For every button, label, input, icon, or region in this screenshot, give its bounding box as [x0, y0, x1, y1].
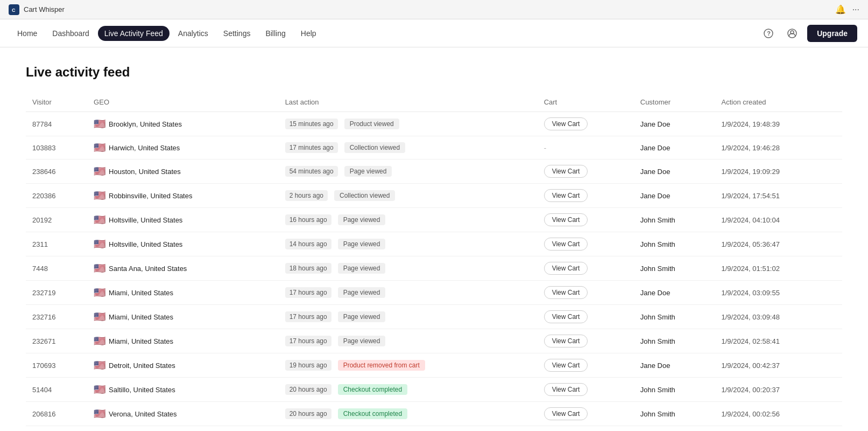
cell-customer: John Smith [634, 305, 715, 329]
flag-icon: 🇺🇸 [94, 165, 105, 177]
cell-geo: 🇺🇸Norfork, United States [87, 426, 279, 432]
cell-action-created: 1/9/2024, 01:51:02 [715, 256, 843, 281]
more-icon[interactable]: ··· [852, 5, 859, 15]
view-cart-button[interactable]: View Cart [544, 286, 588, 299]
cell-cart[interactable]: View Cart [538, 378, 634, 402]
table-header: VisitorGEOLast actionCartCustomerAction … [26, 93, 842, 112]
cell-cart[interactable]: View Cart [538, 402, 634, 426]
view-cart-button[interactable]: View Cart [544, 310, 588, 323]
view-cart-button[interactable]: View Cart [544, 238, 588, 251]
svg-text:?: ? [767, 30, 771, 37]
time-badge: 17 minutes ago [285, 142, 338, 153]
cell-cart[interactable]: View Cart [538, 256, 634, 281]
col-header-customer: Customer [634, 93, 715, 112]
geo-text: Holtsville, United States [109, 240, 182, 248]
nav-link-home[interactable]: Home [11, 26, 44, 41]
app-icon: C [9, 4, 19, 15]
cell-last-action: 20 hours agoCollection viewed [279, 426, 538, 432]
help-button[interactable]: ? [760, 25, 777, 42]
time-badge: 16 hours ago [285, 214, 331, 225]
table-row: 2311🇺🇸Holtsville, United States14 hours … [26, 232, 842, 256]
upgrade-button[interactable]: Upgrade [807, 25, 857, 42]
action-badge: Product removed from cart [338, 360, 425, 371]
cell-geo: 🇺🇸Miami, United States [87, 329, 279, 353]
cell-cart[interactable]: View Cart [538, 305, 634, 329]
cell-last-action: 2 hours agoCollection viewed [279, 184, 538, 208]
bell-icon[interactable]: 🔔 [835, 4, 846, 15]
nav-link-live-activity-feed[interactable]: Live Activity Feed [98, 26, 170, 41]
cell-cart[interactable]: View Cart [538, 159, 634, 184]
action-badge: Checkout completed [338, 384, 407, 395]
time-badge: 54 minutes ago [285, 166, 338, 177]
table-row: 74626🇺🇸Norfork, United States20 hours ag… [26, 426, 842, 432]
action-badge: Page viewed [338, 336, 386, 346]
geo-text: Brooklyn, United States [109, 120, 182, 128]
cell-cart[interactable]: View Cart [538, 232, 634, 256]
cell-cart[interactable]: View Cart [538, 353, 634, 378]
cell-geo: 🇺🇸Robbinsville, United States [87, 184, 279, 208]
cell-cart: - [538, 136, 634, 159]
nav-link-dashboard[interactable]: Dashboard [46, 26, 96, 41]
time-badge: 17 hours ago [285, 311, 331, 322]
cell-cart[interactable]: View Cart [538, 208, 634, 232]
cell-geo: 🇺🇸Holtsville, United States [87, 208, 279, 232]
cell-customer: John Smith [634, 256, 715, 281]
time-badge: 17 hours ago [285, 287, 331, 298]
cell-customer: John Smith [634, 232, 715, 256]
action-badge: Page viewed [338, 287, 386, 298]
cell-cart[interactable]: View Cart [538, 112, 634, 136]
action-badge: Collection viewed [344, 142, 405, 153]
cell-customer: John Smith [634, 208, 715, 232]
cell-cart[interactable]: View Cart [538, 329, 634, 353]
action-badge: Collection viewed [334, 190, 395, 201]
activity-table: VisitorGEOLast actionCartCustomerAction … [26, 93, 842, 431]
nav-right: ? Upgrade [760, 25, 857, 42]
action-badge: Product viewed [344, 119, 399, 129]
col-header-geo: GEO [87, 93, 279, 112]
view-cart-button[interactable]: View Cart [544, 189, 588, 202]
action-badge: Page viewed [338, 239, 386, 249]
flag-icon: 🇺🇸 [94, 311, 105, 323]
page-title: Live activity feed [26, 65, 842, 80]
view-cart-button[interactable]: View Cart [544, 359, 588, 372]
view-cart-button[interactable]: View Cart [544, 335, 588, 347]
browser-chrome: C Cart Whisper 🔔 ··· [0, 0, 868, 19]
browser-bar-left: C Cart Whisper [9, 4, 65, 15]
cell-action-created: 1/9/2024, 19:46:28 [715, 136, 843, 159]
flag-icon: 🇺🇸 [94, 142, 105, 154]
view-cart-button[interactable]: View Cart [544, 165, 588, 178]
cell-geo: 🇺🇸Holtsville, United States [87, 232, 279, 256]
cell-visitor: 7448 [26, 256, 87, 281]
activity-table-container: VisitorGEOLast actionCartCustomerAction … [26, 93, 842, 431]
nav-link-help[interactable]: Help [294, 26, 323, 41]
nav-link-settings[interactable]: Settings [217, 26, 257, 41]
time-badge: 2 hours ago [285, 190, 328, 201]
nav-link-billing[interactable]: Billing [259, 26, 292, 41]
col-header-visitor: Visitor [26, 93, 87, 112]
cell-action-created: 1/9/2024, 00:02:56 [715, 402, 843, 426]
view-cart-button[interactable]: View Cart [544, 117, 588, 130]
flag-icon: 🇺🇸 [94, 118, 105, 130]
table-row: 51404🇺🇸Saltillo, United States20 hours a… [26, 378, 842, 402]
nav-link-analytics[interactable]: Analytics [172, 26, 215, 41]
cell-geo: 🇺🇸Miami, United States [87, 305, 279, 329]
cell-visitor: 51404 [26, 378, 87, 402]
table-row: 87784🇺🇸Brooklyn, United States15 minutes… [26, 112, 842, 136]
time-badge: 15 minutes ago [285, 119, 338, 129]
cell-cart[interactable]: View Cart [538, 281, 634, 305]
time-badge: 20 hours ago [285, 408, 331, 419]
account-button[interactable] [784, 25, 801, 42]
view-cart-button[interactable]: View Cart [544, 383, 588, 396]
cell-cart[interactable]: View Cart [538, 184, 634, 208]
cell-customer: Jane Doe [634, 136, 715, 159]
cell-last-action: 14 hours agoPage viewed [279, 232, 538, 256]
view-cart-button[interactable]: View Cart [544, 262, 588, 275]
table-row: 232671🇺🇸Miami, United States17 hours ago… [26, 329, 842, 353]
geo-text: Robbinsville, United States [109, 192, 192, 200]
cell-cart[interactable]: View Cart [538, 426, 634, 432]
action-badge: Page viewed [344, 166, 392, 177]
cell-geo: 🇺🇸Harwich, United States [87, 136, 279, 159]
view-cart-button[interactable]: View Cart [544, 407, 588, 420]
svg-text:C: C [12, 8, 16, 13]
view-cart-button[interactable]: View Cart [544, 213, 588, 226]
